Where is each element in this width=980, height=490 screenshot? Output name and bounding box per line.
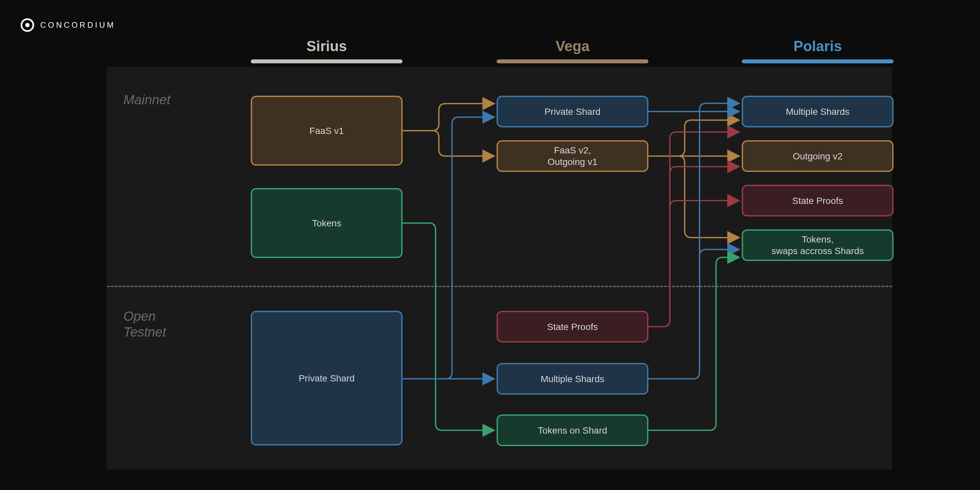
brand-name: CONCORDIUM bbox=[40, 21, 116, 30]
card-state-proofs-testnet: State Proofs bbox=[496, 311, 648, 342]
column-vega-label: Vega bbox=[496, 38, 648, 54]
column-polaris-underline bbox=[742, 59, 894, 64]
card-private-shard-testnet: Private Shard bbox=[251, 311, 402, 445]
section-open-testnet-label: Open Testnet bbox=[123, 308, 166, 340]
card-state-proofs-mainnet: State Proofs bbox=[742, 185, 894, 216]
card-private-shard-mainnet: Private Shard bbox=[496, 96, 648, 127]
logo-icon bbox=[21, 18, 34, 32]
column-sirius-label: Sirius bbox=[251, 38, 402, 54]
brand-logo: CONCORDIUM bbox=[21, 18, 116, 32]
card-multiple-shards-mainnet: Multiple Shards bbox=[742, 96, 894, 127]
card-multiple-shards-testnet: Multiple Shards bbox=[496, 363, 648, 395]
section-divider bbox=[107, 286, 892, 287]
column-polaris-label: Polaris bbox=[742, 38, 894, 54]
card-tokens-on-shard: Tokens on Shard bbox=[496, 414, 648, 446]
card-faas-v2: FaaS v2, Outgoing v1 bbox=[496, 140, 648, 172]
section-open-testnet-line1: Open bbox=[123, 309, 156, 323]
svg-point-1 bbox=[25, 23, 30, 27]
section-open-testnet-line2: Testnet bbox=[123, 325, 166, 339]
diagram-panel bbox=[107, 67, 892, 469]
column-vega-underline bbox=[496, 59, 648, 64]
card-faas-v1: FaaS v1 bbox=[251, 96, 402, 165]
card-outgoing-v2: Outgoing v2 bbox=[742, 140, 894, 172]
column-sirius-underline bbox=[251, 59, 402, 64]
section-mainnet-label: Mainnet bbox=[123, 92, 170, 108]
card-tokens-swaps: Tokens, swaps accross Shards bbox=[742, 229, 894, 261]
card-tokens: Tokens bbox=[251, 188, 402, 258]
